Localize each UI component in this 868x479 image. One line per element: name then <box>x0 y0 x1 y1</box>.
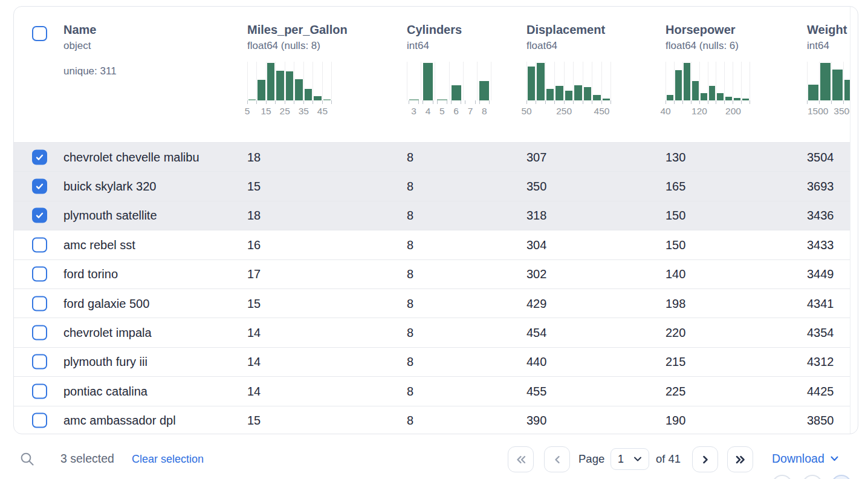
table-row[interactable]: amc ambassador dpl1583901903850 <box>14 406 850 434</box>
page-select-value: 1 <box>618 453 624 466</box>
column-histogram[interactable]: 345678 <box>407 62 491 118</box>
dataframe-card: Nameobjectunique: 311Miles_per_Gallonflo… <box>13 6 858 434</box>
column-histogram[interactable]: 50250450 <box>526 62 611 118</box>
column-header-disp[interactable]: Displacementfloat6450250450 <box>526 7 611 118</box>
table-row[interactable]: ford torino1783021403449 <box>14 259 850 288</box>
hist-tick <box>682 100 691 104</box>
hist-axis-label: 6 <box>453 106 459 117</box>
cell-name: buick skylark 320 <box>63 180 156 194</box>
row-checkbox[interactable] <box>32 237 47 252</box>
hist-bin <box>699 62 708 100</box>
row-checkbox[interactable] <box>32 149 47 165</box>
double-chevron-left-icon <box>516 455 526 464</box>
cell-disp: 429 <box>526 296 546 310</box>
table-row[interactable]: buick skylark 3201583501653693 <box>14 171 850 200</box>
column-header-name[interactable]: Nameobjectunique: 311 <box>63 7 117 77</box>
hist-bar <box>257 80 265 100</box>
next-page-button[interactable] <box>692 446 718 472</box>
column-histogram[interactable]: 515253545 <box>247 62 332 118</box>
column-histogram[interactable]: 15003500 <box>807 62 850 118</box>
first-page-button[interactable] <box>508 446 534 472</box>
hidden-action-button-3[interactable] <box>831 475 852 479</box>
hist-axis-labels: 515253545 <box>247 106 332 118</box>
hist-tick <box>691 100 699 104</box>
column-histogram[interactable]: 40120200 <box>666 62 750 118</box>
hist-bar <box>832 70 843 100</box>
hidden-action-button-2[interactable] <box>802 475 823 479</box>
column-header-weight[interactable]: Weightint6415003500 <box>807 7 850 118</box>
table-row[interactable]: ford galaxie 5001584291984341 <box>14 288 850 318</box>
hist-tick <box>708 100 716 104</box>
cell-mpg: 15 <box>247 414 261 428</box>
hist-bin <box>843 62 850 100</box>
hist-tick <box>247 100 256 104</box>
hist-axis-label: 250 <box>556 106 572 117</box>
hist-bar <box>267 63 274 100</box>
hist-axis-label: 40 <box>660 106 670 117</box>
column-header-cyl[interactable]: Cylindersint64345678 <box>407 7 491 118</box>
hist-bin <box>463 62 477 100</box>
hist-bar <box>276 71 283 100</box>
table-row[interactable]: plymouth fury iii1484402154312 <box>14 347 850 376</box>
hist-ticks <box>807 100 850 104</box>
hist-bin <box>303 62 313 100</box>
last-page-button[interactable] <box>727 446 753 472</box>
prev-page-button[interactable] <box>544 446 570 472</box>
hist-bin <box>421 62 435 100</box>
hist-bin <box>601 62 611 100</box>
column-header-mpg[interactable]: Miles_per_Gallonfloat64 (nulls: 8)515253… <box>247 7 348 118</box>
column-dtype: float64 <box>526 40 611 52</box>
hist-axis-label: 45 <box>317 106 328 117</box>
search-button[interactable] <box>19 451 35 467</box>
hist-tick <box>564 100 573 104</box>
hidden-action-button-1[interactable] <box>772 475 792 479</box>
cell-mpg: 16 <box>247 238 261 252</box>
row-checkbox[interactable] <box>32 296 47 311</box>
hist-bin <box>477 62 491 100</box>
hist-axis-label: 50 <box>521 106 531 117</box>
table-row[interactable]: amc rebel sst1683041503433 <box>14 230 850 259</box>
hist-bin <box>831 62 843 100</box>
cell-hp: 190 <box>666 414 685 428</box>
search-icon <box>19 451 35 467</box>
select-all-checkbox[interactable] <box>32 26 47 41</box>
hist-bar <box>409 99 419 100</box>
hist-tick <box>674 100 682 104</box>
column-title: Weight <box>807 22 850 37</box>
hist-tick <box>573 100 582 104</box>
cell-weight: 3850 <box>807 414 834 428</box>
table-row[interactable]: chevrolet chevelle malibu1883071303504 <box>14 142 850 171</box>
table-footer: 3 selected Clear selection Page 1 of 41 … <box>0 434 868 479</box>
hist-bar <box>437 99 447 100</box>
table-row[interactable]: plymouth satellite1883181503436 <box>14 201 850 230</box>
table-row[interactable]: pontiac catalina1484552254425 <box>14 376 850 405</box>
download-link[interactable]: Download <box>772 452 839 466</box>
cell-mpg: 18 <box>247 150 261 164</box>
table-body: chevrolet chevelle malibu1883071303504bu… <box>14 142 850 434</box>
cell-mpg: 15 <box>247 296 261 310</box>
table-scroll-area[interactable]: Nameobjectunique: 311Miles_per_Gallonflo… <box>14 7 850 434</box>
selected-count: 3 selected <box>60 452 114 466</box>
row-checkbox[interactable] <box>32 413 47 428</box>
table-row[interactable]: chevrolet impala1484542204354 <box>14 318 850 347</box>
cell-disp: 440 <box>526 355 546 369</box>
column-title: Horsepower <box>666 22 750 37</box>
hist-axis-label: 3 <box>411 106 416 117</box>
page-select[interactable]: 1 <box>611 448 649 470</box>
hist-bin <box>275 62 284 100</box>
row-checkbox[interactable] <box>32 267 47 282</box>
hist-axis-label: 450 <box>594 106 610 117</box>
row-checkbox[interactable] <box>32 179 47 194</box>
cell-name: ford galaxie 500 <box>63 296 149 310</box>
column-header-hp[interactable]: Horsepowerfloat64 (nulls: 6)40120200 <box>666 7 750 118</box>
cell-weight: 3433 <box>807 238 834 252</box>
column-title: Displacement <box>526 22 611 37</box>
column-unique-count: unique: 311 <box>63 65 117 77</box>
row-checkbox[interactable] <box>32 208 47 223</box>
row-checkbox[interactable] <box>32 325 47 341</box>
cell-disp: 455 <box>526 384 546 398</box>
clear-selection-link[interactable]: Clear selection <box>132 453 204 466</box>
hist-axis-label: 15 <box>261 106 271 117</box>
row-checkbox[interactable] <box>32 354 47 370</box>
row-checkbox[interactable] <box>32 383 47 399</box>
